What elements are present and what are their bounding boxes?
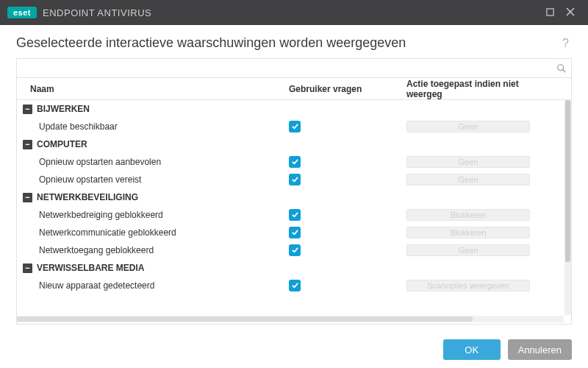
item-name: Update beschikbaar [17, 121, 289, 132]
ask-user-checkbox[interactable] [289, 209, 301, 221]
close-icon[interactable] [560, 7, 581, 18]
settings-table: Naam Gebruiker vragen Actie toegepast in… [16, 58, 572, 325]
action-select[interactable]: Geen [406, 156, 530, 168]
item-row: Netwerkcommunicatie geblokkeerdBlokkeren [17, 224, 564, 241]
group-label: NETWERKBEVEILIGING [37, 192, 138, 202]
vertical-scrollbar[interactable] [564, 100, 571, 315]
cancel-button[interactable]: Annuleren [508, 339, 572, 360]
brand-product: ENDPOINT ANTIVIRUS [43, 7, 151, 18]
group-label: COMPUTER [37, 139, 87, 149]
maximize-icon[interactable] [539, 7, 560, 18]
group-row[interactable]: −BIJWERKEN [17, 100, 564, 118]
col-header-ask[interactable]: Gebruiker vragen [289, 84, 406, 94]
horizontal-scroll-thumb[interactable] [17, 316, 473, 322]
item-name: Opnieuw opstarten aanbevolen [17, 157, 289, 167]
collapse-icon[interactable]: − [23, 140, 32, 149]
ask-user-checkbox[interactable] [289, 174, 301, 185]
item-row: Nieuw apparaat gedetecteerdScanopties we… [17, 277, 564, 294]
page-header: Geselecteerde interactieve waarschuwinge… [0, 25, 588, 58]
action-select[interactable]: Geen [406, 121, 530, 132]
action-select[interactable]: Scanopties weergeven [406, 280, 530, 291]
ask-user-checkbox[interactable] [289, 227, 301, 238]
action-select[interactable]: Blokkeren [406, 209, 530, 221]
group-label: VERWISSELBARE MEDIA [37, 263, 144, 273]
help-icon[interactable]: ? [559, 37, 572, 50]
item-name: Netwerkcommunicatie geblokkeerd [17, 227, 289, 238]
rows-container: −BIJWERKENUpdate beschikbaarGeen−COMPUTE… [17, 100, 564, 315]
titlebar: eset ENDPOINT ANTIVIRUS [0, 0, 588, 25]
collapse-icon[interactable]: − [23, 105, 32, 114]
brand-badge: eset [7, 7, 37, 18]
group-row[interactable]: −NETWERKBEVEILIGING [17, 188, 564, 206]
item-row: Opnieuw opstarten aanbevolenGeen [17, 153, 564, 171]
search-icon[interactable] [556, 63, 567, 74]
item-row: Update beschikbaarGeen [17, 118, 564, 135]
search-input[interactable] [23, 63, 556, 74]
ask-user-checkbox[interactable] [289, 244, 301, 256]
item-name: Netwerktoegang geblokkeerd [17, 245, 289, 255]
svg-rect-0 [546, 9, 553, 15]
group-row[interactable]: −COMPUTER [17, 135, 564, 153]
item-row: Netwerkbedreiging geblokkeerdBlokkeren [17, 206, 564, 224]
collapse-icon[interactable]: − [23, 263, 32, 273]
action-select[interactable]: Geen [406, 174, 530, 185]
svg-point-3 [558, 64, 564, 70]
col-header-name[interactable]: Naam [17, 84, 289, 94]
collapse-icon[interactable]: − [23, 193, 32, 202]
action-select[interactable]: Geen [406, 244, 530, 256]
item-name: Nieuw apparaat gedetecteerd [17, 280, 289, 291]
svg-line-4 [563, 69, 566, 72]
item-name: Opnieuw opstarten vereist [17, 174, 289, 185]
group-label: BIJWERKEN [37, 104, 90, 114]
item-name: Netwerkbedreiging geblokkeerd [17, 210, 289, 220]
search-row [17, 59, 571, 78]
group-row[interactable]: −VERWISSELBARE MEDIA [17, 259, 564, 277]
column-headers: Naam Gebruiker vragen Actie toegepast in… [17, 78, 571, 100]
ok-button[interactable]: OK [443, 339, 501, 360]
col-header-action[interactable]: Actie toegepast indien niet weergeg [406, 79, 571, 99]
action-select[interactable]: Blokkeren [406, 227, 530, 238]
footer: OK Annuleren [0, 331, 588, 368]
ask-user-checkbox[interactable] [289, 156, 301, 168]
item-row: Opnieuw opstarten vereistGeen [17, 171, 564, 188]
ask-user-checkbox[interactable] [289, 121, 301, 132]
ask-user-checkbox[interactable] [289, 280, 301, 291]
page-title: Geselecteerde interactieve waarschuwinge… [16, 35, 559, 51]
item-row: Netwerktoegang geblokkeerdGeen [17, 241, 564, 259]
horizontal-scrollbar[interactable] [17, 316, 564, 322]
vertical-scroll-thumb[interactable] [565, 100, 570, 262]
